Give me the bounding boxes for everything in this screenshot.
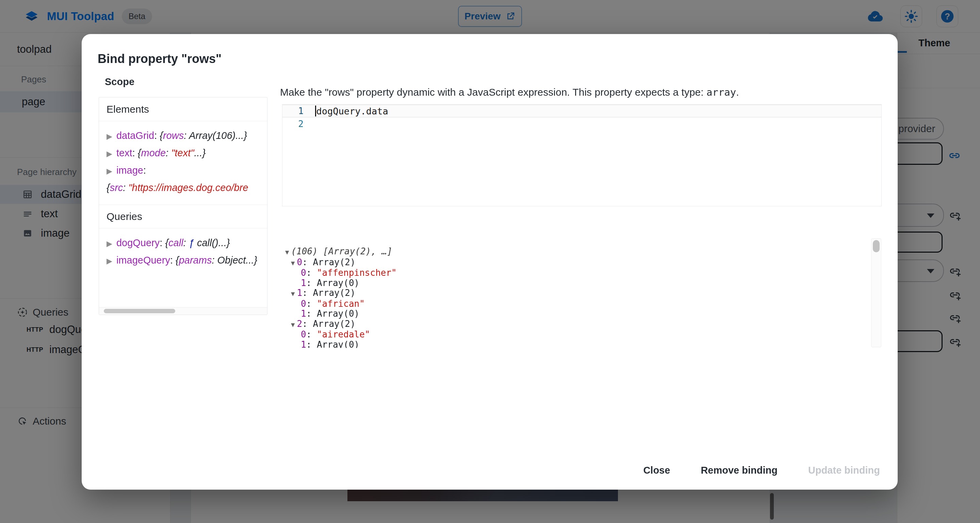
scope-node-name: text	[116, 147, 132, 158]
expand-expanded-icon[interactable]: ▼	[291, 321, 295, 328]
token: rows	[163, 130, 184, 141]
json-tree-row[interactable]: 1: Array(0)	[285, 340, 870, 348]
token: 0	[301, 299, 306, 309]
token: 1	[301, 308, 306, 319]
token: "airedale"	[317, 329, 370, 340]
token: src	[110, 182, 123, 193]
result-json-tree: ▼(106) [Array(2), …]▼0: Array(2)0: "affe…	[285, 244, 870, 348]
json-tree-row[interactable]: ▼(106) [Array(2), …]	[285, 247, 870, 257]
object-preview: {params: Object...}	[176, 252, 257, 268]
token: 0	[297, 257, 302, 267]
expand-collapsed-icon[interactable]: ▶	[107, 132, 112, 140]
editor-line-2[interactable]: 2	[282, 118, 881, 131]
json-tree-row[interactable]: ▼0: Array(2)	[285, 257, 870, 268]
token: 0	[301, 329, 306, 340]
token: ...}	[246, 255, 257, 266]
binding-description: Make the "rows" property dynamic with a …	[280, 86, 739, 98]
token: {	[165, 237, 169, 248]
token: :	[212, 255, 217, 266]
expected-type: array	[706, 86, 736, 98]
dialog-actions: Close Remove binding Update binding	[637, 461, 886, 480]
expression-code-editor[interactable]: 1 dogQuery.data 2	[282, 104, 882, 206]
expand-collapsed-icon[interactable]: ▶	[107, 239, 112, 248]
token: : Array(2)	[302, 288, 356, 298]
token: "african"	[317, 299, 365, 309]
json-tree-row[interactable]: 0: "african"	[285, 299, 870, 309]
scrollbar-thumb[interactable]	[104, 309, 175, 313]
token: : Array(2)	[302, 319, 356, 329]
scope-tree-row[interactable]: ▶dogQuery: {call: ƒ call()...}	[107, 234, 259, 252]
json-tree-row[interactable]: 0: "airedale"	[285, 330, 870, 340]
elements-tree: ▶dataGrid: {rows: Array(106)...}▶text: {…	[99, 121, 267, 197]
token: Array(106)	[189, 130, 235, 141]
result-vertical-scrollbar[interactable]	[871, 238, 881, 347]
token: {	[176, 255, 179, 266]
token: :	[183, 237, 189, 248]
scope-tree-row[interactable]: ▶imageQuery: {params: Object...}	[107, 252, 259, 269]
editor-line-1[interactable]: 1 dogQuery.data	[282, 105, 881, 118]
token: {	[107, 182, 110, 193]
token: 1	[301, 278, 306, 288]
token: :	[143, 165, 146, 176]
json-tree-row[interactable]: 1: Array(0)	[285, 278, 870, 289]
token: : Array(0)	[306, 308, 360, 319]
token: 2	[297, 319, 302, 329]
json-tree-row[interactable]: ▼1: Array(2)	[285, 288, 870, 299]
bind-property-dialog: Bind property "rows" Scope Elements ▶dat…	[82, 34, 898, 490]
token: "https://images.dog.ceo/bre	[128, 182, 248, 193]
expand-expanded-icon[interactable]: ▼	[291, 290, 295, 297]
expand-expanded-icon[interactable]: ▼	[285, 248, 289, 256]
remove-binding-button[interactable]: Remove binding	[695, 461, 784, 480]
close-button[interactable]: Close	[637, 461, 676, 480]
queries-tree: ▶dogQuery: {call: ƒ call()...}▶imageQuer…	[99, 228, 267, 271]
scope-node-name: image	[116, 165, 143, 176]
token: : Array(0)	[306, 278, 360, 288]
token: call	[169, 237, 183, 248]
expression-code: dogQuery.data	[317, 106, 388, 116]
token: {	[159, 130, 163, 141]
token: 0	[301, 268, 306, 278]
scope-queries-header: Queries	[99, 205, 267, 228]
expand-collapsed-icon[interactable]: ▶	[107, 167, 112, 175]
line-number: 2	[282, 119, 315, 129]
description-period: .	[736, 86, 739, 98]
token: :	[306, 299, 317, 309]
token: 1	[301, 340, 306, 348]
expand-collapsed-icon[interactable]: ▶	[107, 150, 112, 158]
json-tree-row[interactable]: ▼2: Array(2)	[285, 319, 870, 330]
object-preview: {mode: "text"...}	[138, 145, 206, 161]
expand-expanded-icon[interactable]: ▼	[291, 259, 295, 266]
token: :	[306, 329, 317, 340]
token: Object	[218, 255, 246, 266]
token: :	[306, 268, 317, 278]
json-tree-row[interactable]: 0: "affenpinscher"	[285, 268, 870, 278]
token: (106) [Array(2), …]	[291, 246, 392, 257]
scope-tree-row[interactable]: ▶image: {src: "https://images.dog.ceo/br…	[107, 162, 259, 196]
text-cursor	[315, 105, 316, 116]
token: :	[184, 130, 189, 141]
dialog-title: Bind property "rows"	[98, 52, 221, 66]
object-preview: {src: "https://images.dog.ceo/bre	[107, 179, 248, 196]
description-text: Make the "rows" property dynamic with a …	[280, 86, 706, 98]
scope-tree-row[interactable]: ▶dataGrid: {rows: Array(106)...}	[107, 128, 259, 145]
line-number: 1	[282, 106, 315, 116]
token: "affenpinscher"	[317, 268, 397, 278]
token: :	[132, 147, 138, 158]
token: :	[166, 147, 171, 158]
scope-tree-row[interactable]: ▶text: {mode: "text"...}	[107, 145, 259, 162]
scope-label: Scope	[105, 76, 134, 88]
scope-horizontal-scrollbar[interactable]	[99, 307, 267, 315]
scope-node-name: imageQuery	[116, 255, 170, 266]
expand-collapsed-icon[interactable]: ▶	[107, 257, 112, 265]
token: ...}	[218, 237, 230, 248]
scrollbar-thumb[interactable]	[873, 240, 880, 252]
update-binding-button[interactable]: Update binding	[802, 461, 886, 480]
token: "text"	[171, 147, 194, 158]
object-preview: {rows: Array(106)...}	[159, 128, 247, 144]
token: ...}	[235, 130, 247, 141]
token: call()	[197, 237, 218, 248]
json-tree-row[interactable]: 1: Array(0)	[285, 309, 870, 319]
scope-panel: Elements ▶dataGrid: {rows: Array(106)...…	[99, 97, 267, 315]
token: :	[123, 182, 128, 193]
token: ...}	[194, 147, 206, 158]
